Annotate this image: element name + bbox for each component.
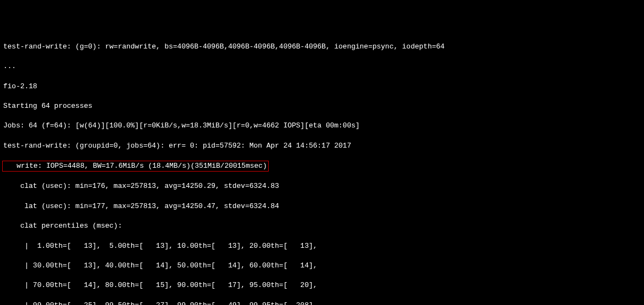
terminal-line: lat (usec): min=177, max=257813, avg=142… [3, 202, 641, 211]
terminal-line: clat percentiles (msec): [3, 221, 641, 231]
terminal-line: | 30.00th=[ 13], 40.00th=[ 14], 50.00th=… [3, 261, 641, 271]
highlighted-write-line: write: IOPS=4488, BW=17.6MiB/s (18.4MB/s… [2, 161, 269, 172]
terminal-line: test-rand-write: (groupid=0, jobs=64): e… [3, 141, 641, 151]
terminal-line: | 70.00th=[ 14], 80.00th=[ 15], 90.00th=… [3, 280, 641, 290]
highlighted-write-line-container: write: IOPS=4488, BW=17.6MiB/s (18.4MB/s… [3, 161, 641, 172]
terminal-line: fio-2.18 [3, 82, 641, 91]
terminal-line: | 1.00th=[ 13], 5.00th=[ 13], 10.00th=[ … [3, 241, 641, 251]
terminal-line: test-rand-write: (g=0): rw=randwrite, bs… [3, 42, 641, 52]
terminal-line: Starting 64 processes [3, 101, 641, 111]
terminal-line: | 99.00th=[ 25], 99.50th=[ 27], 99.90th=… [3, 301, 641, 305]
terminal-line: Jobs: 64 (f=64): [w(64)][100.0%][r=0KiB/… [3, 121, 641, 131]
terminal-line: ... [3, 62, 641, 71]
terminal-line: clat (usec): min=176, max=257813, avg=14… [3, 181, 641, 191]
